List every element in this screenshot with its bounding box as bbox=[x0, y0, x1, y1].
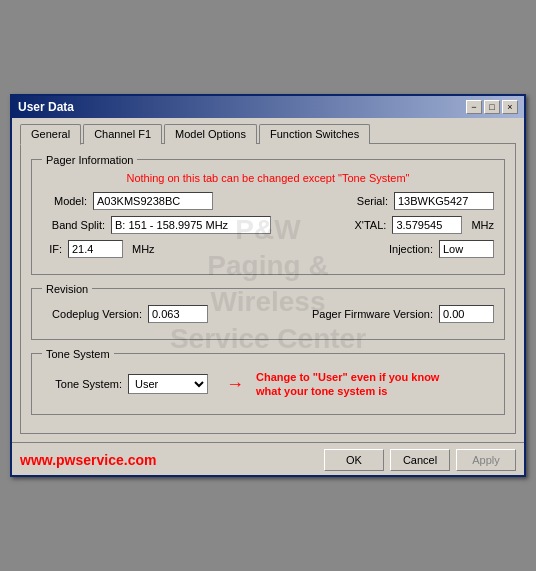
tone-system-legend: Tone System bbox=[42, 348, 114, 360]
revision-row: Codeplug Version: Pager Firmware Version… bbox=[42, 305, 494, 323]
maximize-button[interactable]: □ bbox=[484, 100, 500, 114]
model-input[interactable] bbox=[93, 192, 213, 210]
firmware-label: Pager Firmware Version: bbox=[293, 308, 433, 320]
cancel-button[interactable]: Cancel bbox=[390, 449, 450, 471]
serial-label: Serial: bbox=[346, 195, 388, 207]
serial-input[interactable] bbox=[394, 192, 494, 210]
model-serial-row: Model: Serial: bbox=[42, 192, 494, 210]
pager-info-legend: Pager Information bbox=[42, 154, 137, 166]
user-data-window: User Data − □ × General Channel F1 Model… bbox=[10, 94, 526, 478]
tone-system-note: Change to "User" even if you know what y… bbox=[256, 370, 456, 399]
codeplug-input[interactable] bbox=[148, 305, 208, 323]
injection-label: Injection: bbox=[375, 243, 433, 255]
bottom-buttons: OK Cancel Apply bbox=[324, 449, 516, 471]
tab-content-wrapper: P&W Paging & Wireless Service Center Pag… bbox=[31, 154, 505, 416]
tab-content: P&W Paging & Wireless Service Center Pag… bbox=[20, 143, 516, 435]
firmware-input[interactable] bbox=[439, 305, 494, 323]
xtal-unit: MHz bbox=[471, 219, 494, 231]
minimize-button[interactable]: − bbox=[466, 100, 482, 114]
title-bar: User Data − □ × bbox=[12, 96, 524, 118]
tab-general[interactable]: General bbox=[20, 124, 81, 145]
tone-system-label: Tone System: bbox=[42, 378, 122, 390]
if-unit: MHz bbox=[132, 243, 155, 255]
xtal-label: X'TAL: bbox=[346, 219, 386, 231]
arrow-icon: → bbox=[226, 374, 244, 395]
close-button[interactable]: × bbox=[502, 100, 518, 114]
pager-info-group: Pager Information Nothing on this tab ca… bbox=[31, 154, 505, 275]
window-body: General Channel F1 Model Options Functio… bbox=[12, 118, 524, 443]
tab-model-options[interactable]: Model Options bbox=[164, 124, 257, 144]
band-split-input[interactable] bbox=[111, 216, 271, 234]
codeplug-label: Codeplug Version: bbox=[42, 308, 142, 320]
bandsplit-xtal-row: Band Split: X'TAL: MHz bbox=[42, 216, 494, 234]
injection-input[interactable] bbox=[439, 240, 494, 258]
tab-bar: General Channel F1 Model Options Functio… bbox=[20, 124, 516, 144]
apply-button[interactable]: Apply bbox=[456, 449, 516, 471]
band-split-label: Band Split: bbox=[42, 219, 105, 231]
title-bar-controls: − □ × bbox=[466, 100, 518, 114]
tab-function-switches[interactable]: Function Switches bbox=[259, 124, 370, 144]
site-url: www.pwservice.com bbox=[20, 452, 156, 468]
if-input[interactable] bbox=[68, 240, 123, 258]
xtal-input[interactable] bbox=[392, 216, 462, 234]
if-label: IF: bbox=[42, 243, 62, 255]
warning-text: Nothing on this tab can be changed excep… bbox=[42, 172, 494, 184]
revision-legend: Revision bbox=[42, 283, 92, 295]
bottom-bar: www.pwservice.com OK Cancel Apply bbox=[12, 442, 524, 475]
tone-system-group: Tone System Tone System: User POCSAG FLE… bbox=[31, 348, 505, 416]
tone-system-select[interactable]: User POCSAG FLEX ReFLEX bbox=[128, 374, 208, 394]
model-label: Model: bbox=[42, 195, 87, 207]
ok-button[interactable]: OK bbox=[324, 449, 384, 471]
window-title: User Data bbox=[18, 100, 74, 114]
if-injection-row: IF: MHz Injection: bbox=[42, 240, 494, 258]
tab-channel-f1[interactable]: Channel F1 bbox=[83, 124, 162, 144]
revision-group: Revision Codeplug Version: Pager Firmwar… bbox=[31, 283, 505, 340]
tone-system-row: Tone System: User POCSAG FLEX ReFLEX → C… bbox=[42, 370, 494, 399]
